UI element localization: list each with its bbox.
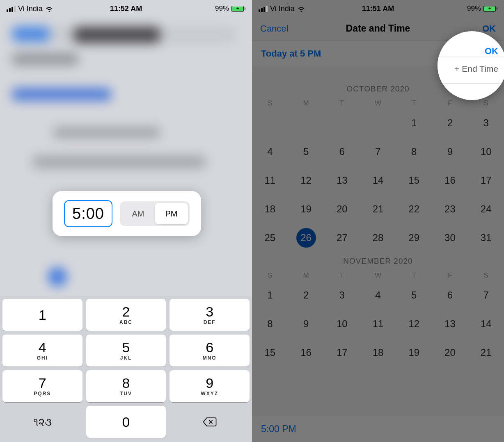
status-time: 11:51 AM [362, 5, 394, 13]
key-3[interactable]: 3DEF [170, 299, 250, 331]
battery-icon: ✦ [231, 6, 245, 12]
carrier: Vi India [7, 5, 53, 13]
key-5[interactable]: 5JKL [86, 335, 166, 367]
carrier: Vi India [259, 5, 305, 13]
key-0[interactable]: 0 [86, 406, 166, 438]
key-4[interactable]: 4GHI [2, 335, 82, 367]
key-1[interactable]: 1 [2, 299, 82, 331]
status-right: 99% ✦ [215, 5, 245, 13]
time-input[interactable]: 5:00 [64, 200, 112, 227]
carrier-label: Vi India [18, 5, 43, 13]
key-6[interactable]: 6MNO [170, 335, 250, 367]
key-9[interactable]: 9WXYZ [170, 370, 250, 402]
language-key[interactable]: ૧૨૩ [2, 406, 82, 438]
key-7[interactable]: 7PQRS [2, 370, 82, 402]
screenshot-right: Vi India 11:51 AM 99% ✦ Cancel Date and … [252, 0, 504, 442]
time-picker-popover: 5:00 AM PM [53, 191, 201, 236]
wifi-icon [297, 5, 305, 13]
backspace-key[interactable] [170, 406, 250, 438]
signal-icon [259, 6, 268, 12]
signal-icon [7, 6, 16, 12]
battery-percent: 99% [467, 5, 481, 13]
numeric-keypad: 12ABC3DEF4GHI5JKL6MNO7PQRS8TUV9WXYZ૧૨૩0 [0, 296, 252, 442]
status-bar: Vi India 11:51 AM 99% ✦ [252, 0, 504, 17]
spotlight-highlight: OK + End Time [438, 31, 504, 100]
status-time: 11:52 AM [110, 5, 142, 13]
carrier-label: Vi India [270, 5, 295, 13]
am-option[interactable]: AM [121, 203, 155, 224]
battery-icon: ✦ [483, 6, 497, 12]
ampm-toggle[interactable]: AM PM [120, 201, 190, 226]
backspace-icon [202, 416, 217, 428]
screenshot-left: Vi India 11:52 AM 99% ✦ 5:00 AM PM 12ABC… [0, 0, 252, 442]
pm-option[interactable]: PM [155, 203, 188, 224]
battery-percent: 99% [215, 5, 229, 13]
status-bar: Vi India 11:52 AM 99% ✦ [0, 0, 252, 17]
status-right: 99% ✦ [467, 5, 497, 13]
key-8[interactable]: 8TUV [86, 370, 166, 402]
key-2[interactable]: 2ABC [86, 299, 166, 331]
ok-button-spot[interactable]: OK [485, 46, 498, 57]
wifi-icon [45, 5, 53, 13]
add-end-time-spot[interactable]: + End Time [454, 64, 498, 74]
